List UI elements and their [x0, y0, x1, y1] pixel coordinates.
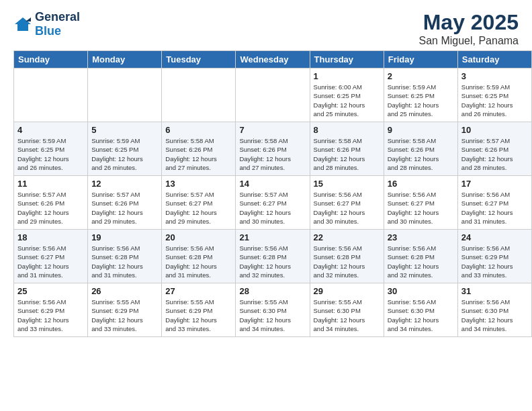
day-number: 24: [461, 232, 528, 242]
day-info: Sunrise: 5:55 AMSunset: 6:30 PMDaylight:…: [239, 298, 306, 333]
calendar-cell: 12Sunrise: 5:57 AMSunset: 6:26 PMDayligh…: [88, 176, 162, 230]
day-info: Sunrise: 5:56 AMSunset: 6:27 PMDaylight:…: [461, 190, 528, 226]
day-number: 8: [314, 125, 380, 135]
day-info: Sunrise: 5:59 AMSunset: 6:25 PMDaylight:…: [388, 83, 454, 118]
calendar-cell: 18Sunrise: 5:56 AMSunset: 6:27 PMDayligh…: [14, 230, 88, 283]
day-number: 19: [91, 232, 158, 242]
calendar-cell: 28Sunrise: 5:55 AMSunset: 6:30 PMDayligh…: [236, 283, 310, 337]
calendar-cell: 20Sunrise: 5:56 AMSunset: 6:28 PMDayligh…: [162, 230, 236, 283]
day-number: 17: [461, 179, 528, 189]
calendar-cell: 9Sunrise: 5:58 AMSunset: 6:26 PMDaylight…: [384, 122, 457, 176]
day-info: Sunrise: 6:00 AMSunset: 6:25 PMDaylight:…: [314, 83, 380, 118]
day-info: Sunrise: 5:56 AMSunset: 6:27 PMDaylight:…: [388, 190, 454, 226]
week-row-2: 4Sunrise: 5:59 AMSunset: 6:25 PMDaylight…: [14, 122, 532, 176]
calendar-header-row: Sunday Monday Tuesday Wednesday Thursday…: [14, 51, 532, 68]
day-info: Sunrise: 5:57 AMSunset: 6:26 PMDaylight:…: [461, 136, 528, 172]
calendar-cell: 19Sunrise: 5:56 AMSunset: 6:28 PMDayligh…: [88, 230, 162, 283]
day-number: 2: [388, 71, 454, 81]
location: San Miguel, Panama: [418, 35, 519, 47]
week-row-1: 1Sunrise: 6:00 AMSunset: 6:25 PMDaylight…: [14, 68, 532, 122]
day-info: Sunrise: 5:59 AMSunset: 6:25 PMDaylight:…: [17, 136, 84, 172]
day-number: 10: [461, 125, 528, 135]
calendar-cell: 14Sunrise: 5:57 AMSunset: 6:27 PMDayligh…: [236, 176, 310, 230]
week-row-4: 18Sunrise: 5:56 AMSunset: 6:27 PMDayligh…: [14, 230, 532, 283]
logo: General Blue: [13, 10, 80, 38]
day-info: Sunrise: 5:56 AMSunset: 6:28 PMDaylight:…: [388, 244, 454, 279]
week-row-3: 11Sunrise: 5:57 AMSunset: 6:26 PMDayligh…: [14, 176, 532, 230]
col-friday: Friday: [384, 51, 457, 68]
title-block: May 2025 San Miguel, Panama: [418, 10, 519, 47]
calendar-cell: 11Sunrise: 5:57 AMSunset: 6:26 PMDayligh…: [14, 176, 88, 230]
day-number: 11: [17, 179, 84, 189]
calendar-cell: 29Sunrise: 5:55 AMSunset: 6:30 PMDayligh…: [310, 283, 384, 337]
day-number: 7: [239, 125, 306, 135]
day-info: Sunrise: 5:56 AMSunset: 6:28 PMDaylight:…: [91, 244, 158, 279]
calendar-cell: 26Sunrise: 5:55 AMSunset: 6:29 PMDayligh…: [88, 283, 162, 337]
day-number: 14: [239, 179, 306, 189]
calendar-cell: 1Sunrise: 6:00 AMSunset: 6:25 PMDaylight…: [310, 68, 384, 122]
day-info: Sunrise: 5:59 AMSunset: 6:25 PMDaylight:…: [91, 136, 158, 172]
calendar-cell: 10Sunrise: 5:57 AMSunset: 6:26 PMDayligh…: [457, 122, 531, 176]
day-number: 22: [314, 232, 380, 242]
day-number: 30: [388, 286, 454, 296]
calendar-cell: 24Sunrise: 5:56 AMSunset: 6:29 PMDayligh…: [457, 230, 531, 283]
day-info: Sunrise: 5:56 AMSunset: 6:27 PMDaylight:…: [17, 244, 84, 279]
week-row-5: 25Sunrise: 5:56 AMSunset: 6:29 PMDayligh…: [14, 283, 532, 337]
day-info: Sunrise: 5:58 AMSunset: 6:26 PMDaylight:…: [239, 136, 306, 172]
calendar-cell: 27Sunrise: 5:55 AMSunset: 6:29 PMDayligh…: [162, 283, 236, 337]
day-info: Sunrise: 5:58 AMSunset: 6:26 PMDaylight:…: [314, 136, 380, 172]
day-number: 15: [314, 179, 380, 189]
day-number: 16: [388, 179, 454, 189]
calendar-cell: 6Sunrise: 5:58 AMSunset: 6:26 PMDaylight…: [162, 122, 236, 176]
day-info: Sunrise: 5:56 AMSunset: 6:29 PMDaylight:…: [17, 298, 84, 333]
day-info: Sunrise: 5:58 AMSunset: 6:26 PMDaylight:…: [165, 136, 232, 172]
calendar-cell: 7Sunrise: 5:58 AMSunset: 6:26 PMDaylight…: [236, 122, 310, 176]
logo-text: General Blue: [35, 10, 80, 38]
day-info: Sunrise: 5:55 AMSunset: 6:29 PMDaylight:…: [91, 298, 158, 333]
calendar-cell: 25Sunrise: 5:56 AMSunset: 6:29 PMDayligh…: [14, 283, 88, 337]
day-info: Sunrise: 5:56 AMSunset: 6:29 PMDaylight:…: [461, 244, 528, 279]
calendar-cell: 4Sunrise: 5:59 AMSunset: 6:25 PMDaylight…: [14, 122, 88, 176]
day-number: 1: [314, 71, 380, 81]
day-number: 4: [17, 125, 84, 135]
calendar-cell: 31Sunrise: 5:56 AMSunset: 6:30 PMDayligh…: [457, 283, 531, 337]
logo-general-text: General: [35, 10, 80, 24]
logo-blue-text: Blue: [35, 24, 80, 38]
day-number: 3: [461, 71, 528, 81]
col-tuesday: Tuesday: [162, 51, 236, 68]
calendar-cell: 5Sunrise: 5:59 AMSunset: 6:25 PMDaylight…: [88, 122, 162, 176]
calendar-cell: [162, 68, 236, 122]
calendar-cell: [236, 68, 310, 122]
col-wednesday: Wednesday: [236, 51, 310, 68]
day-number: 13: [165, 179, 232, 189]
calendar-cell: 17Sunrise: 5:56 AMSunset: 6:27 PMDayligh…: [457, 176, 531, 230]
day-info: Sunrise: 5:55 AMSunset: 6:29 PMDaylight:…: [165, 298, 232, 333]
day-number: 6: [165, 125, 232, 135]
calendar-cell: [14, 68, 88, 122]
day-info: Sunrise: 5:56 AMSunset: 6:28 PMDaylight:…: [165, 244, 232, 279]
calendar-cell: 13Sunrise: 5:57 AMSunset: 6:27 PMDayligh…: [162, 176, 236, 230]
calendar-cell: 15Sunrise: 5:56 AMSunset: 6:27 PMDayligh…: [310, 176, 384, 230]
day-number: 20: [165, 232, 232, 242]
page-header: General Blue May 2025 San Miguel, Panama: [0, 0, 532, 50]
day-number: 28: [239, 286, 306, 296]
day-number: 26: [91, 286, 158, 296]
calendar-cell: 23Sunrise: 5:56 AMSunset: 6:28 PMDayligh…: [384, 230, 457, 283]
day-number: 12: [91, 179, 158, 189]
calendar-cell: 8Sunrise: 5:58 AMSunset: 6:26 PMDaylight…: [310, 122, 384, 176]
calendar-cell: 3Sunrise: 5:59 AMSunset: 6:25 PMDaylight…: [457, 68, 531, 122]
calendar-table: Sunday Monday Tuesday Wednesday Thursday…: [13, 50, 532, 337]
day-number: 31: [461, 286, 528, 296]
calendar-cell: [88, 68, 162, 122]
day-number: 18: [17, 232, 84, 242]
day-info: Sunrise: 5:57 AMSunset: 6:26 PMDaylight:…: [17, 190, 84, 226]
day-number: 5: [91, 125, 158, 135]
day-number: 27: [165, 286, 232, 296]
day-info: Sunrise: 5:58 AMSunset: 6:26 PMDaylight:…: [388, 136, 454, 172]
day-info: Sunrise: 5:59 AMSunset: 6:25 PMDaylight:…: [461, 83, 528, 118]
col-sunday: Sunday: [14, 51, 88, 68]
day-info: Sunrise: 5:56 AMSunset: 6:28 PMDaylight:…: [239, 244, 306, 279]
day-number: 25: [17, 286, 84, 296]
day-info: Sunrise: 5:56 AMSunset: 6:30 PMDaylight:…: [461, 298, 528, 333]
day-info: Sunrise: 5:56 AMSunset: 6:28 PMDaylight:…: [314, 244, 380, 279]
